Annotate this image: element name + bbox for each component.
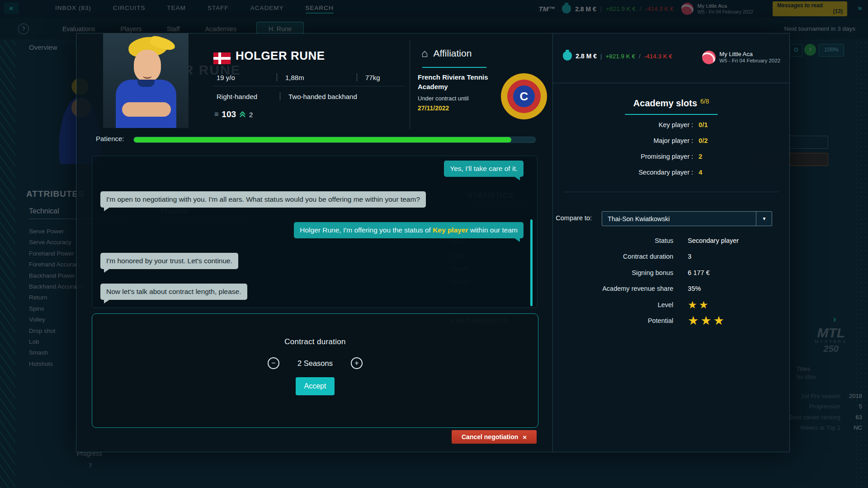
player-style-row: Right-handed Two-handed backhand — [217, 90, 357, 102]
player-weight: 77kg — [357, 74, 380, 81]
detail-value: 6 177 € — [688, 269, 789, 276]
ranking-change: 2 — [249, 111, 253, 118]
arms-shape — [122, 102, 171, 117]
academy-building-icon: ⌂ — [421, 47, 428, 60]
close-icon: × — [523, 433, 527, 441]
player-backhand: Two-handed backhand — [280, 93, 357, 100]
chat-bubble: I'm honored by your trust. Let's continu… — [100, 253, 238, 269]
comparison-details: Status Secondary player Contract duratio… — [553, 232, 789, 329]
highlighted-status: Key player — [433, 226, 468, 234]
slot-label: Key player : — [553, 121, 693, 128]
slot-value: 0/1 — [698, 121, 789, 128]
slot-value: 2 — [698, 153, 789, 160]
detail-label: Potential — [553, 317, 673, 324]
money-bag-icon — [563, 52, 572, 61]
bubble-text: within our team — [468, 226, 518, 234]
under-contract-label: Under contract until — [418, 95, 498, 102]
slot-row: Secondary player : 4 — [553, 164, 789, 180]
cancel-label: Cancel negotiation — [462, 433, 518, 441]
cancel-negotiation-button[interactable]: Cancel negotiation × — [452, 430, 537, 444]
income-value: +821.9 K € — [605, 53, 635, 60]
slots-ratio: 6/8 — [700, 98, 709, 105]
slot-value: 0/2 — [698, 137, 789, 144]
contract-duration-title: Contract duration — [92, 337, 538, 346]
slot-rows: Key player : 0/1 Major player : 0/2 Prom… — [553, 117, 789, 180]
affiliated-academy-name: French Riviera Tennis Academy — [418, 72, 498, 91]
game-date: W5 - Fri 04 February 2022 — [719, 57, 787, 64]
dropdown-selected-value: Thai-Son Kwiatkowski — [602, 215, 756, 223]
detail-value: 35% — [688, 285, 789, 292]
patience-label: Patience: — [96, 135, 124, 142]
academy-side-panel: 2.8 M € | +821.9 K € / -414.3 K € My Lit… — [552, 33, 789, 452]
slots-underline — [625, 114, 717, 115]
bubble-text: Holger Rune, I'm offering you the status… — [300, 226, 433, 234]
detail-row: Status Secondary player — [553, 232, 789, 249]
chat-bubble: I'm open to negotiating with you. I'm al… — [100, 191, 426, 208]
separator: / — [639, 53, 641, 60]
chat-row: I'm honored by your trust. Let's continu… — [100, 253, 529, 269]
decrease-duration-button[interactable]: − — [268, 357, 279, 369]
smile-shape — [143, 73, 152, 79]
patience-bar — [133, 137, 536, 143]
academy-info: My Little Aca W5 - Fri 04 February 2022 — [719, 51, 787, 64]
slot-label: Promising player : — [553, 153, 693, 160]
contract-offer-panel: Contract duration − 2 Seasons + Accept — [92, 313, 538, 428]
academy-avatar[interactable] — [702, 51, 716, 64]
affiliation-header: ⌂ Affiliation — [421, 47, 472, 60]
chat-scrollbar[interactable] — [530, 219, 533, 306]
detail-label: Contract duration — [553, 253, 673, 260]
detail-row: Level ★★ — [553, 297, 789, 313]
academy-crest-logo: C — [501, 73, 547, 119]
academy-slots-title: Academy slots6/8 — [553, 98, 789, 109]
affiliation-underline — [422, 67, 486, 68]
crest-ring: C — [507, 80, 541, 113]
panel-header: 2.8 M € | +821.9 K € / -414.3 K € My Lit… — [553, 33, 789, 83]
player-age: 19 y/o — [217, 74, 277, 81]
detail-value: Secondary player — [688, 237, 789, 244]
divider — [410, 41, 410, 129]
ranking-icon: ≡ — [214, 110, 218, 118]
player-name: HOLGER RUNE — [236, 49, 325, 63]
compare-to-label: Compare to: — [556, 214, 592, 222]
affiliation-title: Affiliation — [434, 48, 472, 59]
detail-label: Signing bonus — [553, 269, 673, 276]
academy-name: My Little Aca — [719, 51, 787, 57]
compare-player-dropdown[interactable]: Thai-Son Kwiatkowski ▼ — [602, 211, 772, 226]
expense-value: -414.3 K € — [644, 53, 672, 60]
separator: | — [600, 53, 602, 60]
slot-value: 4 — [698, 169, 789, 176]
player-height: 1,88m — [277, 74, 357, 81]
level-stars: ★★ — [688, 299, 789, 311]
app-screen: « INBOX (83) CIRCUITS TEAM STAFF ACADEMY… — [0, 0, 868, 488]
slot-row: Key player : 0/1 — [553, 117, 789, 133]
player-photo — [103, 33, 189, 128]
slot-label: Secondary player : — [553, 169, 693, 176]
chat-bubble: Now let's talk about contract length, pl… — [100, 284, 247, 300]
detail-row: Academy revenue share 35% — [553, 281, 789, 297]
chat-history: Yes, I'll take care of it. I'm open to n… — [92, 156, 538, 308]
patience-fill — [134, 137, 511, 142]
slot-row: Major player : 0/2 — [553, 133, 789, 148]
player-bio-row: 19 y/o 1,88m 77kg — [217, 71, 380, 83]
slots-title-text: Academy slots — [633, 98, 697, 108]
increase-duration-button[interactable]: + — [351, 357, 363, 369]
chat-bubble: Yes, I'll take care of it. — [444, 161, 524, 177]
slot-row: Promising player : 2 — [553, 148, 789, 164]
accept-button[interactable]: Accept — [296, 377, 335, 395]
affiliation-details: French Riviera Tennis Academy Under cont… — [418, 72, 498, 112]
player-handedness: Right-handed — [217, 93, 280, 100]
ranking-value: 103 — [222, 109, 236, 119]
balance-value: 2.8 M € — [576, 52, 597, 60]
detail-value: 3 — [688, 253, 789, 260]
panel-money-row: 2.8 M € | +821.9 K € / -414.3 K € — [563, 52, 672, 61]
duration-stepper: − 2 Seasons + — [92, 357, 538, 369]
detail-row: Signing bonus 6 177 € — [553, 265, 789, 281]
detail-row: Contract duration 3 — [553, 249, 789, 265]
chat-row: I'm open to negotiating with you. I'm al… — [100, 191, 529, 208]
divider — [564, 192, 778, 192]
detail-row: Potential ★★★ — [553, 313, 789, 329]
denmark-flag-icon — [213, 52, 231, 64]
duration-value: 2 Seasons — [290, 359, 340, 368]
rank-up-icon — [239, 111, 246, 118]
ranking-row: ≡ 103 2 — [214, 109, 253, 119]
